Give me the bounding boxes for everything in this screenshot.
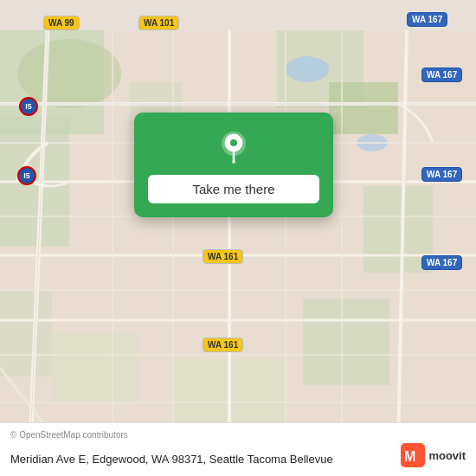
take-me-there-button[interactable]: Take me there [148,175,319,203]
road-badge-wa167-3: WA 167 [421,167,462,182]
road-badge-i5-bottom: I5 [17,166,36,185]
road-badge-wa99: WA 99 [43,16,80,30]
map-background [0,0,476,476]
svg-rect-5 [329,82,398,134]
svg-point-12 [286,56,329,82]
svg-rect-7 [0,290,52,376]
copyright-text: © OpenStreetMap contributors [10,430,466,440]
svg-text:M: M [404,449,415,464]
svg-rect-9 [303,299,389,385]
moovit-icon: M [401,443,425,467]
road-badge-wa161-top: WA 161 [203,249,243,264]
map-container: WA 99 WA 101 I5 I5 WA 167 WA 167 WA 167 … [0,0,476,476]
road-badge-wa101: WA 101 [138,16,179,30]
moovit-brand-text: moovit [428,449,466,462]
road-badge-i5-top: I5 [19,97,38,116]
svg-point-35 [230,139,237,146]
bottom-bar: © OpenStreetMap contributors Meridian Av… [0,422,476,476]
location-card: Take me there [134,113,333,217]
svg-rect-8 [52,333,138,402]
road-badge-wa167-2: WA 167 [421,68,462,82]
road-badge-wa167-1: WA 167 [407,12,447,27]
road-badge-wa167-4: WA 167 [421,255,462,270]
road-badge-wa161-bottom: WA 161 [203,338,243,352]
moovit-logo: M moovit [401,443,466,467]
location-pin-icon [215,128,253,166]
address-text: Meridian Ave E, Edgewood, WA 98371, Seat… [10,452,333,467]
address-row: Meridian Ave E, Edgewood, WA 98371, Seat… [10,443,466,467]
svg-point-36 [232,160,235,164]
